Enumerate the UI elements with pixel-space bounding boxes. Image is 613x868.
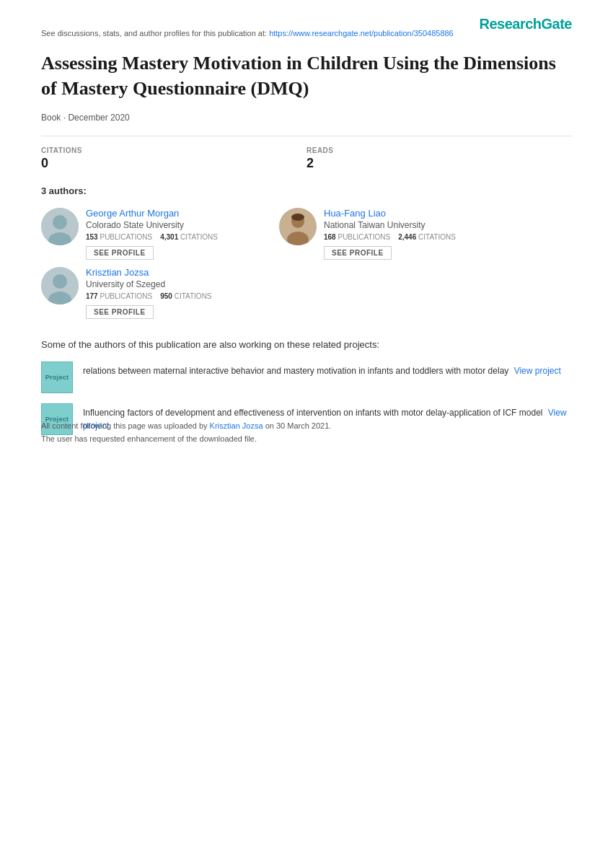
divider-top [41, 136, 572, 136]
author-stats-3: 177 PUBLICATIONS 950 CITATIONS [86, 292, 257, 300]
author-avatar-3 [41, 267, 79, 304]
author-info-3: Krisztian Jozsa University of Szeged 177… [86, 267, 257, 319]
project-icon-1: Project [41, 361, 73, 393]
see-profile-btn-1[interactable]: SEE PROFILE [86, 246, 154, 260]
author-avatar-2 [279, 208, 317, 245]
svg-point-8 [53, 274, 67, 289]
footer-note: The user has requested enhancement of th… [41, 433, 572, 446]
footer-text-before: All content following this page was uplo… [41, 421, 210, 430]
author-name-2[interactable]: Hua-Fang Liao [324, 208, 495, 219]
author-card-2: Hua-Fang Liao National Taiwan University… [279, 208, 495, 260]
author-card-1: George Arthur Morgan Colorado State Univ… [41, 208, 257, 260]
project-item-1: Project relations between maternal inter… [41, 361, 572, 393]
project-text-1: relations between maternal interactive b… [83, 361, 561, 377]
author-info-2: Hua-Fang Liao National Taiwan University… [324, 208, 495, 260]
paper-type: Book [41, 113, 61, 123]
project-description-2: Influencing factors of development and e… [83, 408, 542, 418]
authors-grid-row2: Krisztian Jozsa University of Szeged 177… [41, 267, 572, 319]
stats-row: CITATIONS 0 READS 2 [41, 146, 572, 171]
svg-point-6 [291, 214, 304, 221]
footer-text-after: on 30 March 2021. [263, 421, 332, 430]
reads-block: READS 2 [306, 146, 572, 171]
footer-text: All content following this page was uplo… [41, 420, 572, 433]
authors-grid-row1: George Arthur Morgan Colorado State Univ… [41, 208, 572, 260]
author-avatar-1 [41, 208, 79, 245]
author-info-1: George Arthur Morgan Colorado State Univ… [86, 208, 257, 260]
citations-value: 0 [41, 156, 292, 171]
citations-label: CITATIONS [41, 146, 292, 154]
author-affiliation-2: National Taiwan University [324, 220, 495, 230]
related-projects-title: Some of the authors of this publication … [41, 339, 572, 350]
author-stats-2: 168 PUBLICATIONS 2,446 CITATIONS [324, 233, 495, 241]
project-description-1: relations between maternal interactive b… [83, 366, 508, 376]
author-card-3: Krisztian Jozsa University of Szeged 177… [41, 267, 257, 319]
reads-label: READS [306, 146, 557, 154]
view-project-link-1[interactable]: View project [514, 366, 561, 376]
paper-title: Assessing Mastery Motivation in Children… [41, 51, 572, 101]
reads-value: 2 [306, 156, 557, 171]
author-name-3[interactable]: Krisztian Jozsa [86, 267, 257, 278]
paper-date: December 2020 [68, 113, 129, 123]
author-stats-1: 153 PUBLICATIONS 4,301 CITATIONS [86, 233, 257, 241]
footer-section: All content following this page was uplo… [41, 420, 572, 445]
author-affiliation-3: University of Szeged [86, 279, 257, 289]
citations-block: CITATIONS 0 [41, 146, 306, 171]
svg-point-1 [53, 215, 67, 229]
top-notice-text: See discussions, stats, and author profi… [41, 29, 269, 38]
footer-uploader-link[interactable]: Krisztian Jozsa [210, 421, 263, 430]
see-profile-btn-3[interactable]: SEE PROFILE [86, 305, 154, 319]
paper-meta: Book · December 2020 [41, 113, 572, 123]
authors-label: 3 authors: [41, 185, 572, 196]
author-affiliation-1: Colorado State University [86, 220, 257, 230]
publication-url[interactable]: https://www.researchgate.net/publication… [269, 29, 454, 38]
see-profile-btn-2[interactable]: SEE PROFILE [324, 246, 392, 260]
researchgate-logo: ResearchGate [479, 16, 572, 32]
author-name-1[interactable]: George Arthur Morgan [86, 208, 257, 219]
